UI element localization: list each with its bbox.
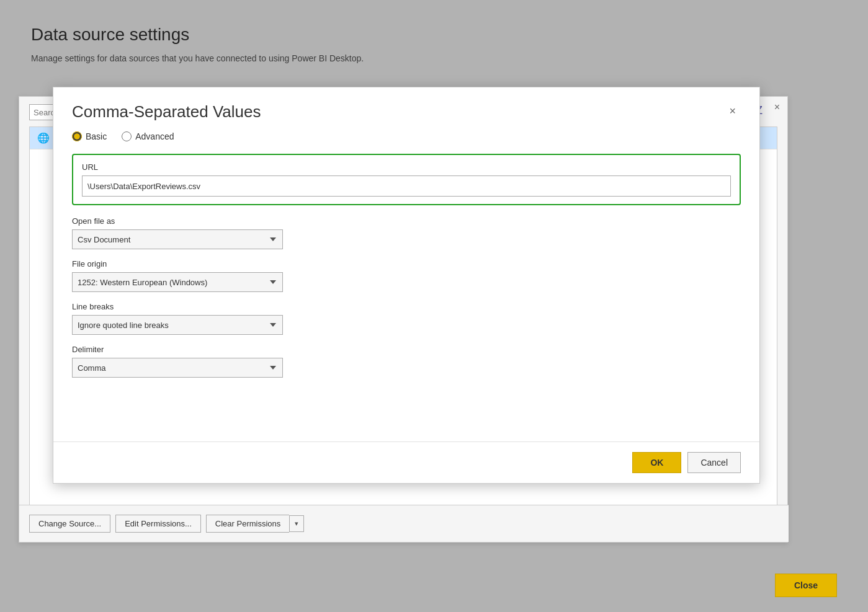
radio-advanced-option[interactable]: Advanced xyxy=(122,131,174,141)
edit-permissions-button[interactable]: Edit Permissions... xyxy=(115,515,201,533)
radio-advanced-label: Advanced xyxy=(135,131,174,141)
clear-permissions-button[interactable]: Clear Permissions xyxy=(206,515,289,533)
file-origin-field: File origin 1252: Western European (Wind… xyxy=(72,259,741,292)
clear-permissions-arrow-button[interactable]: ▾ xyxy=(289,515,304,532)
radio-row: Basic Advanced xyxy=(72,131,741,141)
url-section: URL xyxy=(72,154,741,205)
open-file-field: Open file as Csv Document Text Document xyxy=(72,216,741,249)
csv-modal-body: Basic Advanced URL Open file as Csv Docu… xyxy=(53,131,759,441)
file-origin-label: File origin xyxy=(72,259,741,268)
line-breaks-field: Line breaks Ignore quoted line breaks Ap… xyxy=(72,302,741,335)
line-breaks-select[interactable]: Ignore quoted line breaks Apply all line… xyxy=(72,315,283,335)
csv-modal-footer: OK Cancel xyxy=(53,441,759,483)
url-input[interactable] xyxy=(82,175,731,197)
url-label: URL xyxy=(82,162,731,172)
radio-advanced-input[interactable] xyxy=(122,131,132,141)
close-button[interactable]: Close xyxy=(775,574,837,597)
radio-basic-label: Basic xyxy=(86,131,107,141)
file-origin-select[interactable]: 1252: Western European (Windows) 65001: … xyxy=(72,272,283,292)
globe-icon: 🌐 xyxy=(37,132,50,144)
radio-basic-input[interactable] xyxy=(72,131,82,141)
csv-modal: Comma-Separated Values × Basic Advanced … xyxy=(53,87,760,484)
delimiter-field: Delimiter Comma Tab Semicolon Space Cust… xyxy=(72,345,741,378)
ds-action-bar: Change Source... Edit Permissions... Cle… xyxy=(19,505,789,542)
csv-modal-close-button[interactable]: × xyxy=(724,102,741,120)
radio-basic-option[interactable]: Basic xyxy=(72,131,107,141)
ds-window-close-button[interactable]: × xyxy=(774,102,780,113)
open-file-label: Open file as xyxy=(72,216,741,226)
delimiter-select[interactable]: Comma Tab Semicolon Space Custom xyxy=(72,358,283,378)
csv-modal-title: Comma-Separated Values xyxy=(72,102,261,122)
ok-button[interactable]: OK xyxy=(632,452,681,473)
change-source-button[interactable]: Change Source... xyxy=(29,515,110,533)
clear-permissions-dropdown: Clear Permissions ▾ xyxy=(206,515,304,533)
cancel-button[interactable]: Cancel xyxy=(687,452,741,473)
line-breaks-label: Line breaks xyxy=(72,302,741,311)
delimiter-label: Delimiter xyxy=(72,345,741,354)
open-file-select[interactable]: Csv Document Text Document xyxy=(72,229,283,249)
csv-modal-header: Comma-Separated Values × xyxy=(53,87,759,131)
